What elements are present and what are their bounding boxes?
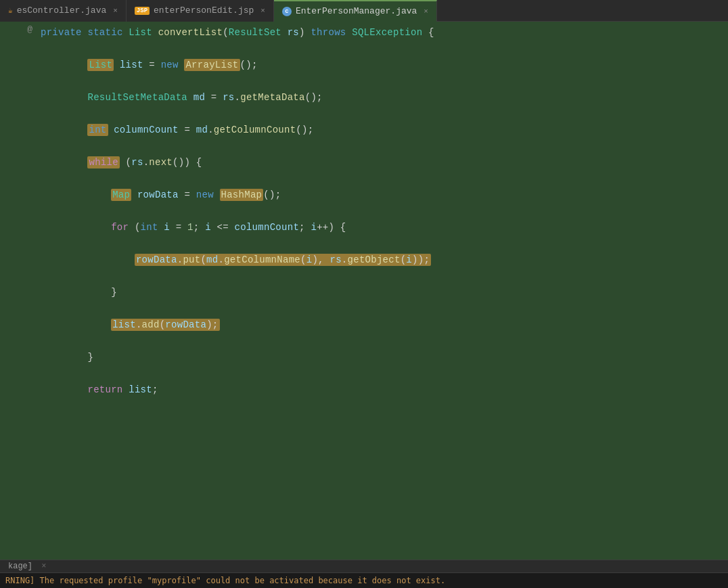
tab-label-escontroller: esController.java: [17, 5, 107, 16]
line-content-13: for (int i = 1; i <= columnCount; i++) {: [41, 219, 728, 235]
code-line-20: [41, 333, 728, 349]
tab-close-enterpersonedit[interactable]: ×: [260, 7, 265, 15]
code-line-16: [41, 268, 728, 284]
line-content-3: List list = new ArrayList();: [41, 57, 728, 73]
editor-container: @ private static List convertList(Result…: [0, 22, 728, 560]
gutter-at-symbol: @: [27, 22, 35, 44]
code-line-7: int columnCount = md.getColumnCount();: [41, 122, 728, 138]
c-icon: c: [282, 7, 292, 16]
line-content-16: [41, 268, 728, 284]
status-tab-row: kage] ×: [0, 560, 728, 573]
line-content-7: int columnCount = md.getColumnCount();: [41, 122, 728, 138]
line-content-1: private static List convertList(ResultSe…: [41, 24, 728, 41]
line-content-18: [41, 300, 728, 317]
code-line-23: return list;: [41, 382, 728, 398]
line-content-4: [41, 73, 728, 89]
code-line-15: rowData.put(md.getColumnName(i), rs.getO…: [41, 252, 728, 268]
line-content-12: [41, 203, 728, 219]
line-content-24: [41, 398, 728, 414]
tab-bar: ☕ esController.java × JSP enterPersonEdi…: [0, 0, 728, 22]
line-content-20: [41, 333, 728, 349]
tab-label-enterpersonmanager: EnterPersonManager.java: [296, 6, 417, 16]
tab-close-enterpersonmanager[interactable]: ×: [424, 7, 428, 16]
code-line-12: [41, 203, 728, 219]
line-content-22: [41, 365, 728, 382]
status-message-text: RNING] The requested profile "myprofile"…: [5, 576, 445, 585]
jsp-icon: JSP: [135, 7, 150, 15]
code-line-6: [41, 106, 728, 122]
tab-escontroller[interactable]: ☕ esController.java ×: [0, 0, 127, 22]
code-line-8: [41, 138, 728, 154]
line-content-14: [41, 235, 728, 252]
tab-close-escontroller[interactable]: ×: [113, 7, 118, 15]
code-line-17: }: [41, 284, 728, 300]
status-tab-close[interactable]: ×: [41, 562, 46, 571]
line-content-8: [41, 138, 728, 154]
line-content-5: ResultSetMetaData md = rs.getMetaData();: [41, 89, 728, 106]
code-area[interactable]: private static List convertList(ResultSe…: [41, 22, 728, 560]
line-content-9: while (rs.next()) {: [41, 154, 728, 171]
line-content-23: return list;: [41, 382, 728, 398]
code-line-3: List list = new ArrayList();: [41, 57, 728, 73]
code-line-22: [41, 365, 728, 382]
java-icon: ☕: [8, 6, 13, 15]
line-content-6: [41, 106, 728, 122]
code-line-19: list.add(rowData);: [41, 317, 728, 333]
code-line-4: [41, 73, 728, 89]
tab-label-enterpersonedit: enterPersonEdit.jsp: [154, 5, 254, 16]
line-content-15: rowData.put(md.getColumnName(i), rs.getO…: [41, 252, 728, 268]
code-line-5: ResultSetMetaData md = rs.getMetaData();: [41, 89, 728, 106]
code-line-24: [41, 398, 728, 414]
tab-enterpersonmanager[interactable]: c EnterPersonManager.java ×: [274, 0, 437, 22]
code-line-10: [41, 171, 728, 187]
code-line-11: Map rowData = new HashMap();: [41, 187, 728, 203]
line-content-19: list.add(rowData);: [41, 317, 728, 333]
code-line-2: [41, 41, 728, 57]
code-line-18: [41, 300, 728, 317]
code-line-14: [41, 235, 728, 252]
status-message: RNING] The requested profile "myprofile"…: [0, 573, 728, 588]
code-line-21: }: [41, 349, 728, 365]
editor-gutter: @: [0, 22, 41, 560]
line-content-2: [41, 41, 728, 57]
status-tab-label[interactable]: kage] ×: [0, 562, 54, 571]
line-content-17: }: [41, 284, 728, 300]
status-bar: kage] × RNING] The requested profile "my…: [0, 560, 728, 588]
code-line-9: while (rs.next()) {: [41, 154, 728, 171]
line-content-21: }: [41, 349, 728, 365]
status-tab-text: kage]: [8, 562, 32, 571]
code-line-13: for (int i = 1; i <= columnCount; i++) {: [41, 219, 728, 235]
code-line-1: private static List convertList(ResultSe…: [41, 24, 728, 41]
tab-enterpersonedit[interactable]: JSP enterPersonEdit.jsp ×: [127, 0, 274, 22]
line-content-11: Map rowData = new HashMap();: [41, 187, 728, 203]
line-content-10: [41, 171, 728, 187]
